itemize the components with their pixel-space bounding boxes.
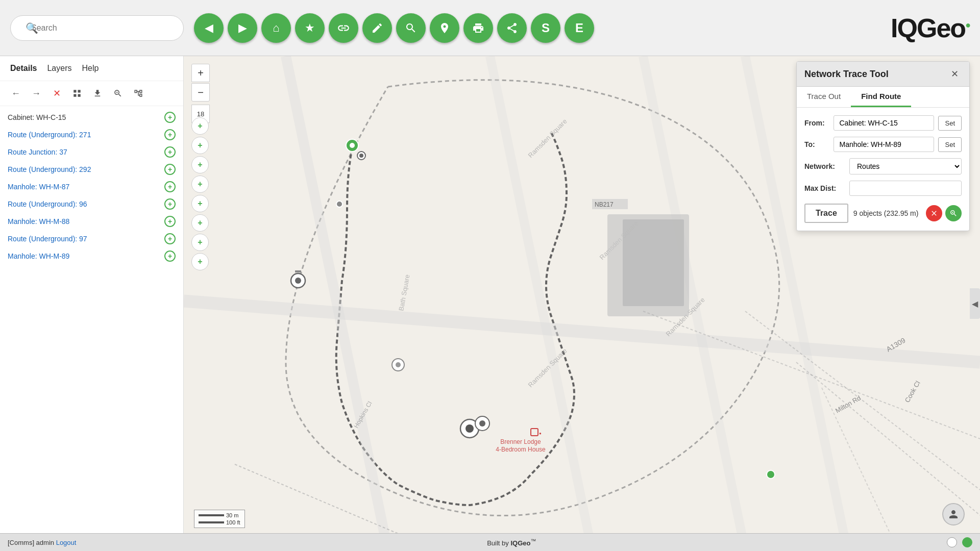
zoom-button[interactable]: + — [164, 216, 176, 227]
trace-clear-button[interactable] — [926, 205, 942, 221]
tab-help[interactable]: Help — [82, 61, 99, 76]
e-button[interactable]: E — [565, 13, 594, 43]
home-button[interactable]: ⌂ — [261, 13, 291, 43]
s-button[interactable]: S — [531, 13, 560, 43]
sidebar-zoomin-button[interactable] — [110, 85, 126, 102]
list-item[interactable]: Route (Underground): 271 + — [0, 126, 183, 143]
item-label: Cabinet: WH-C-15 — [8, 113, 164, 121]
tab-layers[interactable]: Layers — [47, 61, 71, 76]
list-item[interactable]: Route (Underground): 292 + — [0, 161, 183, 178]
trace-result: 9 objects (232.95 m) — [853, 209, 921, 217]
svg-point-26 — [359, 154, 363, 158]
zoom-button[interactable]: + — [164, 112, 176, 123]
item-label: Route (Underground): 97 — [8, 235, 164, 243]
lz-btn-3[interactable]: + — [191, 156, 209, 173]
max-dist-label: Max Dist: — [804, 184, 845, 192]
zoom-button[interactable]: + — [164, 129, 176, 140]
print-button[interactable] — [463, 13, 493, 43]
forward-button[interactable]: ▶ — [228, 13, 257, 43]
logo-area: IQGeo● — [891, 13, 970, 43]
trace-zoom-button[interactable] — [945, 205, 962, 221]
zoom-button[interactable]: + — [164, 251, 176, 262]
tab-find-route[interactable]: Find Route — [851, 87, 911, 107]
zoom-button[interactable]: + — [164, 146, 176, 158]
sidebar-download-button[interactable] — [89, 85, 106, 102]
zoom-button[interactable]: + — [164, 164, 176, 175]
collapse-sidebar-button[interactable]: ◀ — [970, 288, 980, 319]
map-area[interactable]: + − 18 + + + + + + + + ◀ — [184, 56, 980, 551]
to-input[interactable] — [834, 137, 934, 152]
logo-text: IQGeo● — [891, 13, 970, 43]
max-dist-row: Max Dist: — [804, 181, 962, 196]
toolbar-buttons: ◀ ▶ ⌂ ★ S E — [194, 13, 594, 43]
tab-details[interactable]: Details — [10, 61, 37, 76]
sidebar-back-button[interactable]: ← — [8, 85, 24, 102]
item-label: Route (Underground): 96 — [8, 200, 164, 208]
sidebar-grid-button[interactable] — [69, 85, 85, 102]
lz-btn-4[interactable]: + — [191, 176, 209, 193]
trace-body: From: Set To: Set Network: Routes Cables — [797, 108, 969, 231]
list-item[interactable]: Manhole: WH-M-88 + — [0, 213, 183, 230]
lz-btn-8[interactable]: + — [191, 253, 209, 270]
zoom-button[interactable]: + — [164, 233, 176, 244]
from-input[interactable] — [834, 115, 934, 131]
sidebar-forward-button[interactable]: → — [28, 85, 44, 102]
trace-panel-header: Network Trace Tool ✕ — [797, 62, 969, 87]
tool-button[interactable] — [396, 13, 426, 43]
zoom-button[interactable]: + — [164, 181, 176, 192]
svg-point-34 — [465, 424, 474, 433]
search-input[interactable] — [10, 15, 184, 41]
list-item[interactable]: Route (Underground): 97 + — [0, 230, 183, 247]
trace-action-icons — [926, 205, 962, 221]
status-indicator-empty — [947, 537, 957, 547]
locate-button[interactable] — [430, 13, 459, 43]
zoom-out-button[interactable]: − — [191, 83, 210, 102]
sidebar-hierarchy-button[interactable] — [130, 85, 146, 102]
svg-point-29 — [295, 278, 301, 284]
logout-link[interactable]: Logout — [56, 539, 77, 546]
sidebar-close-button[interactable]: ✕ — [48, 85, 65, 102]
status-user: [Comms] admin — [8, 539, 54, 546]
item-label: Manhole: WH-M-88 — [8, 217, 164, 226]
to-label: To: — [804, 140, 829, 148]
link-button[interactable] — [329, 13, 358, 43]
list-item[interactable]: Route (Underground): 96 + — [0, 195, 183, 213]
item-label: Route Junction: 37 — [8, 148, 164, 156]
list-item[interactable]: Manhole: WH-M-89 + — [0, 247, 183, 265]
main-area: Details Layers Help ← → ✕ Cabinet: W — [0, 56, 980, 551]
status-indicator-green — [962, 537, 972, 547]
list-item[interactable]: Cabinet: WH-C-15 + — [0, 109, 183, 126]
lz-btn-5[interactable]: + — [191, 195, 209, 212]
trace-close-button[interactable]: ✕ — [947, 67, 962, 81]
lz-btn-7[interactable]: + — [191, 234, 209, 251]
left-zoom-strip: + + + + + + + + — [191, 117, 209, 270]
svg-text:Brenner Lodge: Brenner Lodge — [500, 438, 541, 445]
share-button[interactable] — [497, 13, 527, 43]
from-row: From: Set — [804, 115, 962, 131]
person-icon[interactable] — [942, 503, 965, 525]
list-item[interactable]: Route Junction: 37 + — [0, 143, 183, 161]
sidebar: Details Layers Help ← → ✕ Cabinet: W — [0, 56, 184, 551]
to-set-button[interactable]: Set — [938, 137, 962, 152]
list-item[interactable]: Manhole: WH-M-87 + — [0, 178, 183, 195]
network-label: Network: — [804, 162, 845, 170]
status-center: Built by IQGeo™ — [76, 538, 947, 547]
status-right — [947, 537, 972, 547]
to-row: To: Set — [804, 137, 962, 152]
from-set-button[interactable]: Set — [938, 116, 962, 131]
network-select[interactable]: Routes Cables Ducts — [849, 158, 962, 174]
sidebar-toolbar: ← → ✕ — [0, 81, 183, 106]
item-label: Manhole: WH-M-89 — [8, 252, 164, 260]
zoom-controls: + − 18 — [191, 64, 210, 123]
trace-button[interactable]: Trace — [804, 204, 848, 223]
zoom-button[interactable]: + — [164, 198, 176, 210]
back-button[interactable]: ◀ — [194, 13, 224, 43]
lz-btn-2[interactable]: + — [191, 137, 209, 154]
lz-btn-6[interactable]: + — [191, 214, 209, 232]
edit-button[interactable] — [362, 13, 392, 43]
lz-btn-1[interactable]: + — [191, 117, 209, 135]
tab-trace-out[interactable]: Trace Out — [797, 87, 851, 107]
max-dist-input[interactable] — [849, 181, 962, 196]
zoom-in-button[interactable]: + — [191, 64, 210, 82]
bookmark-button[interactable]: ★ — [295, 13, 325, 43]
